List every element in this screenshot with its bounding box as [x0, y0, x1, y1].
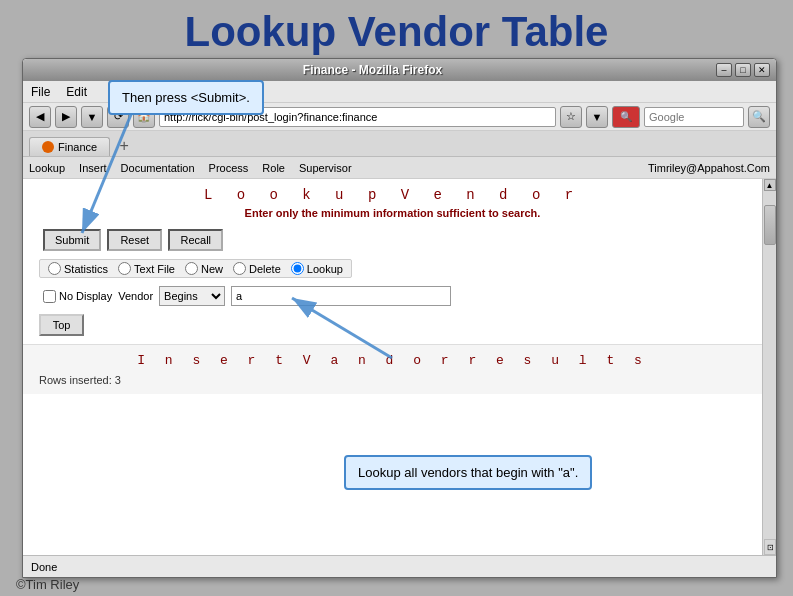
radio-lookup-input[interactable]: [291, 262, 304, 275]
no-display-text: No Display: [59, 290, 112, 302]
star-button[interactable]: ☆: [560, 106, 582, 128]
tab-label: Finance: [58, 141, 97, 153]
menu-edit[interactable]: Edit: [66, 85, 87, 99]
google-search-input[interactable]: [644, 107, 744, 127]
search-go-button[interactable]: 🔍: [748, 106, 770, 128]
no-display-label[interactable]: No Display: [43, 290, 112, 303]
back-button[interactable]: ◀: [29, 106, 51, 128]
submit-button[interactable]: Submit: [43, 229, 101, 251]
title-bar-controls: – □ ✕: [716, 63, 770, 77]
app-menu-process[interactable]: Process: [209, 162, 249, 174]
reset-button[interactable]: Reset: [107, 229, 162, 251]
radio-textfile[interactable]: Text File: [118, 262, 175, 275]
lookup-vendor-title: L o o k u p V e n d o r: [39, 187, 746, 203]
title-bar-text: Finance - Mozilla Firefox: [29, 63, 716, 77]
new-tab-button[interactable]: +: [114, 136, 134, 156]
main-content: L o o k u p V e n d o r Enter only the m…: [23, 179, 762, 555]
tab-favicon: [42, 141, 54, 153]
search-value-input[interactable]: [231, 286, 451, 306]
radio-textfile-label: Text File: [134, 263, 175, 275]
condition-select[interactable]: Begins Contains Equals: [159, 286, 225, 306]
content-with-scroll: L o o k u p V e n d o r Enter only the m…: [23, 179, 776, 555]
lookup-vendor-section: L o o k u p V e n d o r Enter only the m…: [23, 179, 762, 344]
radio-new-label: New: [201, 263, 223, 275]
buttons-row: Submit Reset Recall: [39, 229, 746, 251]
top-button[interactable]: Top: [39, 314, 84, 336]
dropdown-button[interactable]: ▼: [81, 106, 103, 128]
status-text: Done: [31, 561, 57, 573]
recall-button[interactable]: Recall: [168, 229, 223, 251]
app-menu-lookup[interactable]: Lookup: [29, 162, 65, 174]
radio-delete-input[interactable]: [233, 262, 246, 275]
radio-row: Statistics Text File New Delete: [39, 259, 352, 278]
status-bar: Done: [23, 555, 776, 577]
rows-inserted: Rows inserted: 3: [39, 374, 746, 386]
scrollbar[interactable]: ▲ ▼ ⊡: [762, 179, 776, 555]
callout-vendors-text: Lookup all vendors that begin with "a".: [358, 465, 578, 480]
radio-statistics-label: Statistics: [64, 263, 108, 275]
maximize-button[interactable]: □: [735, 63, 751, 77]
lookup-vendor-subtitle: Enter only the minimum information suffi…: [39, 207, 746, 219]
no-display-checkbox[interactable]: [43, 290, 56, 303]
radio-new[interactable]: New: [185, 262, 223, 275]
callout-submit: Then press <Submit>.: [108, 80, 264, 115]
bookmark-dropdown[interactable]: ▼: [586, 106, 608, 128]
forward-button[interactable]: ▶: [55, 106, 77, 128]
results-title: I n s e r t V a n d o r r e s u l t s: [39, 353, 746, 368]
callout-vendors: Lookup all vendors that begin with "a".: [344, 455, 592, 490]
menu-file[interactable]: File: [31, 85, 50, 99]
title-bar: Finance - Mozilla Firefox – □ ✕: [23, 59, 776, 81]
radio-lookup[interactable]: Lookup: [291, 262, 343, 275]
app-menu-insert[interactable]: Insert: [79, 162, 107, 174]
page-title: Lookup Vendor Table: [0, 0, 793, 62]
vendor-field-label: Vendor: [118, 290, 153, 302]
app-menu-user: Timriley@Appahost.Com: [648, 162, 770, 174]
radio-delete-label: Delete: [249, 263, 281, 275]
search-row: No Display Vendor Begins Contains Equals: [39, 286, 746, 306]
app-menu-supervisor[interactable]: Supervisor: [299, 162, 352, 174]
radio-delete[interactable]: Delete: [233, 262, 281, 275]
radio-statistics-input[interactable]: [48, 262, 61, 275]
minimize-button[interactable]: –: [716, 63, 732, 77]
close-button[interactable]: ✕: [754, 63, 770, 77]
browser-window: Finance - Mozilla Firefox – □ ✕ File Edi…: [22, 58, 777, 578]
radio-statistics[interactable]: Statistics: [48, 262, 108, 275]
app-menu-documentation[interactable]: Documentation: [121, 162, 195, 174]
radio-textfile-input[interactable]: [118, 262, 131, 275]
radio-lookup-label: Lookup: [307, 263, 343, 275]
app-menu: Lookup Insert Documentation Process Role…: [23, 157, 776, 179]
search-engine-icon[interactable]: 🔍: [612, 106, 640, 128]
results-section: I n s e r t V a n d o r r e s u l t s Ro…: [23, 344, 762, 394]
radio-new-input[interactable]: [185, 262, 198, 275]
copyright: ©Tim Riley: [16, 577, 79, 592]
tab-finance[interactable]: Finance: [29, 137, 110, 156]
app-content: Lookup Insert Documentation Process Role…: [23, 157, 776, 577]
tabs-bar: Finance +: [23, 131, 776, 157]
callout-submit-text: Then press <Submit>.: [122, 90, 250, 105]
scroll-thumb[interactable]: [764, 205, 776, 245]
app-menu-role[interactable]: Role: [262, 162, 285, 174]
